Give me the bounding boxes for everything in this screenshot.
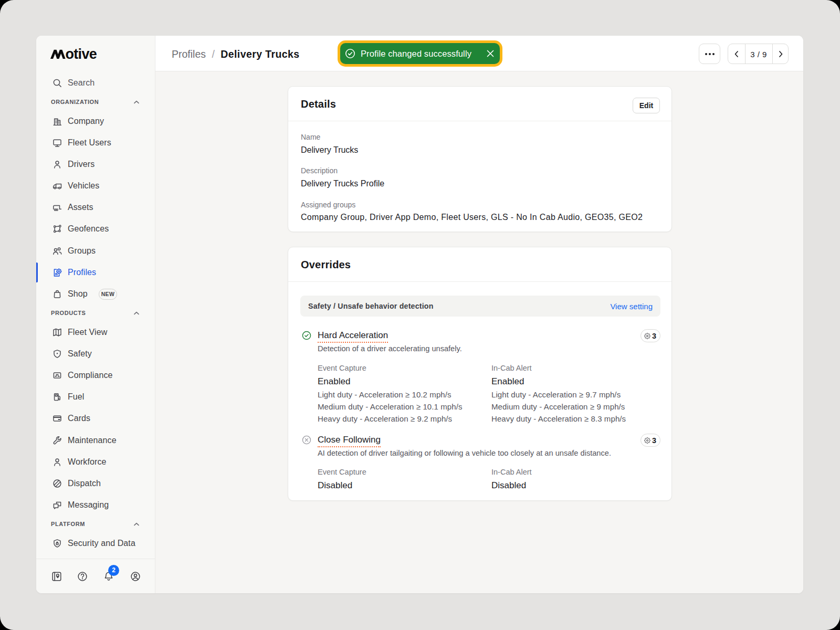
svg-text:otive: otive bbox=[66, 46, 97, 62]
